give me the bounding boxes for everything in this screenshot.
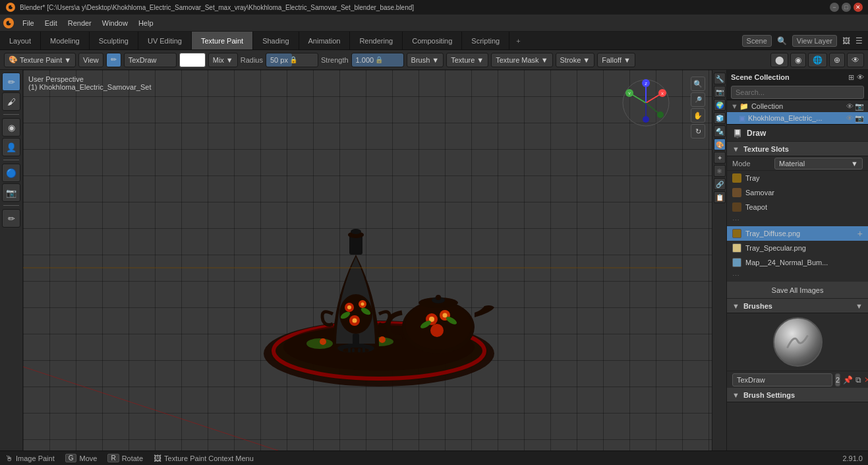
brush-name-input[interactable] xyxy=(732,373,832,387)
tab-texture-paint[interactable]: Texture Paint xyxy=(192,32,253,49)
mode-value-btn[interactable]: Material ▼ xyxy=(774,158,863,170)
outliner-filter-icon[interactable]: ⊞ xyxy=(848,73,854,82)
tab-rendering[interactable]: Rendering xyxy=(350,32,403,49)
zoom-out-btn[interactable]: 🔎 xyxy=(691,92,705,107)
right-panel: Scene Collection ⊞ 👁 ▼ 📁 Collection 👁 📷 … xyxy=(726,70,868,450)
brush-copy-icon[interactable]: ⧉ xyxy=(855,375,861,385)
tab-layout[interactable]: Layout xyxy=(0,32,41,49)
color-picker[interactable] xyxy=(179,53,206,67)
outliner-item-collection[interactable]: ▼ 📁 Collection 👁 📷 xyxy=(727,100,868,112)
outliner-header: Scene Collection ⊞ 👁 xyxy=(727,70,868,84)
clone-tool-btn[interactable]: 🔵 xyxy=(2,164,20,182)
image-tray-specular[interactable]: Tray_Specular.png xyxy=(727,241,868,255)
pan-btn[interactable]: ✋ xyxy=(691,108,705,123)
collection-render-icon[interactable]: 📷 xyxy=(855,102,864,111)
tab-uv-editing[interactable]: UV Editing xyxy=(138,32,192,49)
texture-slots-header[interactable]: ▼ Texture Slots xyxy=(727,142,868,156)
gizmo-toggle[interactable]: ⊕ xyxy=(829,53,845,67)
draw-tool-btn[interactable]: ✏ xyxy=(2,73,20,91)
tab-shading[interactable]: Shading xyxy=(253,32,299,49)
outliner-item-khokhloma[interactable]: ▣ Khokhloma_Electric_... 👁 📷 xyxy=(727,112,868,124)
filter-icon[interactable]: ☰ xyxy=(855,36,863,46)
soften-tool-btn[interactable]: 🖌 xyxy=(2,92,20,111)
maximize-button[interactable]: □ xyxy=(842,3,851,12)
viewport-gizmo[interactable]: Z X Y xyxy=(620,77,672,129)
svg-rect-69 xyxy=(736,130,739,135)
viewlayer-selector[interactable]: View Layer xyxy=(792,35,837,47)
viewport-shading-material[interactable]: ◉ xyxy=(790,53,806,67)
mask-options-btn[interactable]: Texture Mask ▼ xyxy=(491,53,552,67)
falloff-options-btn[interactable]: Falloff ▼ xyxy=(597,53,635,67)
save-all-images-btn[interactable]: Save All Images xyxy=(727,282,868,299)
properties-scene-icon[interactable]: 📷 xyxy=(714,86,726,98)
collection-visibility-icon[interactable]: 👁 xyxy=(846,102,854,110)
texture-options-btn[interactable]: Texture ▼ xyxy=(446,53,488,67)
slot-teapot[interactable]: Teapot xyxy=(727,200,868,214)
smear-tool-btn[interactable]: 📷 xyxy=(2,183,20,202)
orbit-btn[interactable]: ↻ xyxy=(691,124,705,139)
overlay-toggle[interactable]: 👁 xyxy=(847,53,864,67)
brush-delete-icon[interactable]: ✕ xyxy=(864,375,868,385)
brush-settings-header[interactable]: ▼ Brush Settings xyxy=(727,388,868,402)
image-tray-diffuse[interactable]: Tray_Diffuse.png + xyxy=(727,226,868,241)
tab-scripting[interactable]: Scripting xyxy=(462,32,509,49)
brush-pin-icon[interactable]: 📌 xyxy=(843,375,853,385)
annotate-tool-btn[interactable]: ✏ xyxy=(2,209,20,228)
blend-mode-btn[interactable]: Mix ▼ xyxy=(208,53,238,67)
image-normal-bump[interactable]: Map__24_Normal_Bum... xyxy=(727,255,868,270)
tab-modeling[interactable]: Modeling xyxy=(41,32,90,49)
slot-samovar[interactable]: Samovar xyxy=(727,185,868,200)
brushes-collapse-icon[interactable]: ▼ xyxy=(855,302,863,310)
slot-tray[interactable]: Tray xyxy=(727,171,868,185)
menu-render[interactable]: Render xyxy=(63,18,97,28)
properties-object-props-icon[interactable]: 📋 xyxy=(714,191,726,203)
toolbar-separator-3 xyxy=(3,205,19,206)
mode-switch-btn[interactable]: 🎨 Texture Paint ▼ xyxy=(4,53,76,67)
viewport-shading-rendered[interactable]: 🌐 xyxy=(808,53,827,67)
brush-options-btn[interactable]: Brush ▼ xyxy=(407,53,444,67)
viewport-shading-solid[interactable]: ⬤ xyxy=(770,53,788,67)
menu-help[interactable]: Help xyxy=(133,18,159,28)
menu-file[interactable]: File xyxy=(17,18,40,28)
close-button[interactable]: ✕ xyxy=(854,3,863,12)
radius-slider[interactable]: 50 px 🔒 xyxy=(266,53,318,67)
mesh-visibility-icon[interactable]: 👁 xyxy=(846,114,854,122)
tab-compositing[interactable]: Compositing xyxy=(403,32,462,49)
minimize-button[interactable]: − xyxy=(830,3,839,12)
samovar-label: Samovar xyxy=(745,189,863,197)
fill-tool-btn[interactable]: ◉ xyxy=(2,118,20,137)
stroke-options-btn[interactable]: Stroke ▼ xyxy=(556,53,595,67)
viewport[interactable]: User Perspective (1) Khokhloma_Electric_… xyxy=(23,70,712,450)
properties-constraints-icon[interactable]: 🔗 xyxy=(714,178,726,190)
brush-name-btn[interactable]: TexDraw xyxy=(124,53,177,67)
brush-tool-btn[interactable]: ✏ xyxy=(106,53,121,67)
menu-window[interactable]: Window xyxy=(97,18,133,28)
strength-slider[interactable]: 1.000 🔒 xyxy=(351,53,404,67)
mode-chevron: ▼ xyxy=(64,56,71,64)
properties-particles-icon[interactable]: ✦ xyxy=(714,152,726,164)
zoom-in-btn[interactable]: 🔍 xyxy=(691,77,705,91)
outliner-search-input[interactable] xyxy=(731,86,864,99)
scene-selector[interactable]: Scene xyxy=(742,35,772,47)
render-icon[interactable]: 🖼 xyxy=(842,36,850,46)
search-icon[interactable]: 🔍 xyxy=(777,36,787,46)
properties-modifier-icon[interactable]: 🔩 xyxy=(714,125,726,137)
properties-object-data-icon[interactable]: 🧊 xyxy=(714,112,726,124)
svg-rect-46 xyxy=(348,347,351,352)
brushes-section-header[interactable]: ▼ Brushes ▼ xyxy=(727,299,868,313)
menu-edit[interactable]: Edit xyxy=(40,18,63,28)
add-workspace-button[interactable]: + xyxy=(509,32,527,49)
properties-physics-icon[interactable]: ⚛ xyxy=(714,165,726,177)
view-btn[interactable]: View xyxy=(78,53,103,67)
properties-material-icon[interactable]: 🎨 xyxy=(714,139,726,150)
properties-object-icon[interactable]: 🔧 xyxy=(714,73,726,84)
mesh-render-icon[interactable]: 📷 xyxy=(855,114,864,123)
tab-animation[interactable]: Animation xyxy=(299,32,351,49)
properties-world-icon[interactable]: 🌍 xyxy=(714,99,726,111)
mask-tool-btn[interactable]: 👤 xyxy=(2,138,20,156)
tab-sculpting[interactable]: Sculpting xyxy=(90,32,138,49)
texture-slots-arrow: ▼ xyxy=(732,145,739,153)
outliner-visibility-icon[interactable]: 👁 xyxy=(857,73,864,82)
mask-chevron: ▼ xyxy=(541,56,548,64)
add-image-btn[interactable]: + xyxy=(857,228,863,239)
